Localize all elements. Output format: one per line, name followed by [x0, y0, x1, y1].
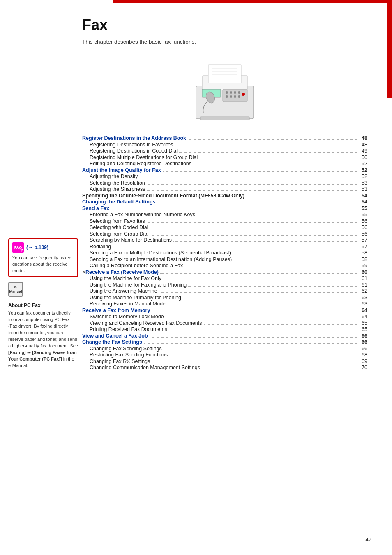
svg-point-15 [242, 92, 245, 96]
toc-filler [183, 299, 357, 299]
toc-label[interactable]: Register Destinations in the Address Boo… [82, 135, 186, 141]
toc-label: Changing Fax Sending Settings [90, 346, 162, 352]
toc-filler [173, 241, 357, 242]
toc-page-number: 58 [358, 250, 367, 256]
about-bold1: [Faxing] [8, 350, 26, 355]
toc-label: Using the Machine for Fax Only [90, 275, 161, 281]
toc-page-number: 66 [358, 346, 367, 352]
toc-label: Editing and Deleting Registered Destinat… [90, 161, 191, 166]
toc-filler [147, 184, 357, 185]
toc-label: Selecting from Group Dial [90, 231, 148, 237]
toc-row: Selecting from Favorites56 [82, 218, 367, 224]
toc-page-number: 64 [358, 314, 367, 319]
toc-filler [160, 273, 357, 274]
toc-page-number: 68 [358, 352, 367, 358]
toc-row: Using the Machine for Fax Only61 [82, 275, 367, 281]
toc-filler [193, 165, 357, 165]
toc-page-number: 58 [358, 257, 367, 262]
about-pc-fax-title: About PC Fax [8, 303, 78, 308]
toc-row: Restricting Fax Sending Functions68 [82, 352, 367, 358]
toc-label[interactable]: Receive a Fax from Memory [82, 308, 150, 313]
toc-row: Searching by Name for Destinations57 [82, 237, 367, 243]
faq-text: You can see frequently asked questions a… [12, 255, 74, 274]
chapter-title: Fax [82, 16, 367, 34]
toc-label: Changing Fax RX Settings [90, 358, 150, 364]
toc-filler [147, 190, 357, 191]
toc-page-number: 56 [358, 218, 367, 224]
toc-filler [233, 261, 357, 261]
toc-row: Entering a Fax Number with the Numeric K… [82, 212, 367, 217]
toc-row: Change the Fax Settings66 [82, 339, 367, 345]
toc-page-number: 55 [358, 212, 367, 217]
svg-point-14 [238, 95, 240, 98]
toc-page-number: 56 [358, 231, 367, 237]
toc-filler [113, 248, 357, 248]
svg-point-8 [230, 91, 232, 94]
toc-label[interactable]: Adjust the Image Quality for Fax [82, 167, 161, 173]
svg-point-11 [230, 95, 232, 98]
toc-label[interactable]: Receive a Fax (Receive Mode) [85, 269, 159, 275]
toc-row: Adjust the Image Quality for Fax52 [82, 167, 367, 173]
toc-filler [184, 267, 357, 267]
toc-page-number: 57 [358, 237, 367, 243]
toc-page-number: 66 [358, 339, 367, 345]
toc-page-number: 48 [358, 142, 367, 148]
toc-label: Registering Destinations in Favorites [90, 142, 173, 148]
svg-point-10 [226, 95, 228, 98]
toc-row: Registering Multiple Destinations for Gr… [82, 155, 367, 160]
toc-label[interactable]: Send a Fax [82, 206, 109, 211]
toc-page-number: 61 [358, 282, 367, 288]
toc-page-number: 65 [358, 320, 367, 326]
toc-row: Send a Fax55 [82, 206, 367, 211]
toc-filler [163, 280, 357, 280]
toc-filler [197, 216, 357, 216]
toc-label: Switching to Memory Lock Mode [90, 314, 164, 319]
toc-page-number: 54 [358, 199, 367, 205]
sidebar: FAQ ? (→ p.109) You can see frequently a… [8, 238, 78, 369]
faq-link[interactable]: (→ p.109) [26, 245, 48, 250]
toc-row: Sending a Fax to Multiple Destinations (… [82, 250, 367, 256]
toc-label: Selecting the Resolution [90, 180, 145, 186]
toc-filler [188, 286, 357, 287]
toc-row: Specifying the Double-Sided Document For… [82, 193, 367, 199]
toc-filler [204, 324, 357, 325]
toc-label: Changing Communication Management Settin… [90, 365, 200, 370]
toc-label: Specifying the Double-Sided Document For… [82, 193, 244, 199]
toc-page-number: 49 [358, 148, 367, 154]
toc-page-number: 56 [358, 224, 367, 230]
page-number: 47 [366, 536, 371, 543]
toc-filler [169, 331, 357, 331]
svg-rect-17 [200, 117, 249, 120]
toc-page-number: 60 [358, 269, 367, 275]
toc-filler [246, 197, 357, 197]
toc-row: Receive a Fax from Memory64 [82, 308, 367, 313]
toc-row: Using the Answering Machine62 [82, 288, 367, 294]
toc-label[interactable]: Changing the Default Settings [82, 199, 155, 205]
toc-page-number: 65 [358, 326, 367, 332]
toc-page-number: 53 [358, 180, 367, 186]
toc-row: Registering Destinations in Coded Dial49 [82, 148, 367, 154]
toc-filler [169, 356, 357, 356]
toc-filler [175, 146, 357, 146]
illustration-area [82, 53, 367, 127]
toc-label[interactable]: Change the Fax Settings [82, 339, 142, 345]
toc-row: Adjusting the Density52 [82, 173, 367, 179]
toc-label: Printing Received Fax Documents [90, 326, 167, 332]
toc-label[interactable]: View and Cancel a Fax Job [82, 333, 148, 339]
toc-page-number: 62 [358, 288, 367, 294]
toc-page-number: 63 [358, 301, 367, 307]
toc-label: Redialing [90, 244, 111, 250]
toc-label: Searching by Name for Destinations [90, 237, 172, 243]
toc-row: Registering Destinations in Favorites48 [82, 142, 367, 148]
toc-page-number: 70 [358, 365, 367, 370]
toc-row: Viewing and Canceling Received Fax Docum… [82, 320, 367, 326]
toc-row: Using the Machine for Faxing and Phoning… [82, 282, 367, 288]
toc-page-number: 69 [358, 358, 367, 364]
toc-row: Selecting with Coded Dial56 [82, 224, 367, 230]
toc-page-number: 52 [358, 161, 367, 166]
toc-page-number: 64 [358, 308, 367, 313]
toc-filler [144, 343, 357, 344]
svg-point-7 [226, 91, 228, 94]
toc-row: Sending a Fax to an International Destin… [82, 257, 367, 262]
toc-page-number: 54 [358, 193, 367, 199]
